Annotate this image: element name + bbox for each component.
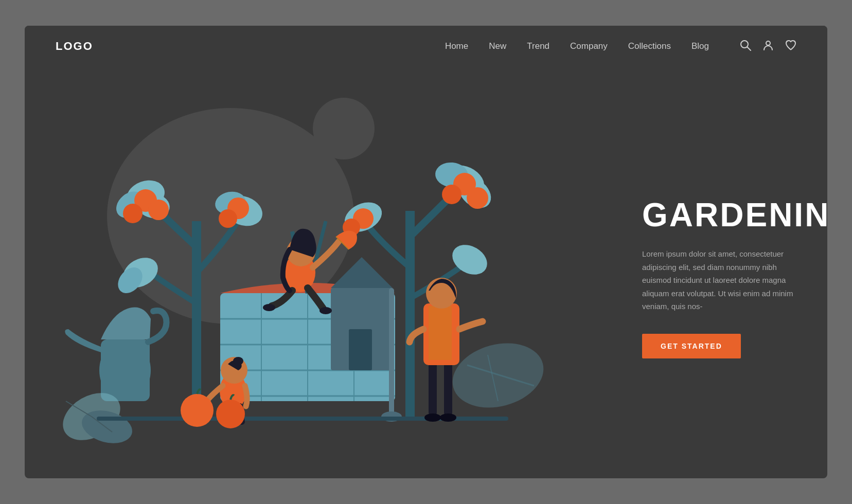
svg-point-57 (181, 394, 214, 427)
svg-point-61 (424, 413, 441, 422)
nav-collections[interactable]: Collections (628, 41, 671, 51)
svg-point-2 (766, 41, 770, 45)
svg-point-52 (319, 307, 332, 314)
svg-point-19 (219, 209, 237, 228)
logo: LOGO (56, 40, 93, 53)
svg-rect-4 (101, 339, 150, 401)
svg-line-1 (748, 47, 751, 50)
navbar: LOGO Home New Trend Company Collections … (25, 26, 827, 67)
svg-rect-9 (192, 221, 201, 417)
heart-icon[interactable] (785, 40, 796, 53)
svg-rect-60 (444, 360, 452, 417)
nav-trend[interactable]: Trend (527, 41, 549, 51)
svg-rect-44 (389, 288, 394, 417)
search-icon[interactable] (740, 40, 751, 53)
hero-title: GARDENING (642, 197, 802, 233)
browser-frame: LOGO Home New Trend Company Collections … (25, 26, 827, 478)
user-icon[interactable] (762, 40, 774, 53)
hero-description: Lorem ipsum dolor sit amet, consectetuer… (642, 247, 802, 313)
nav-links: Home New Trend Company Collections Blog (445, 41, 709, 51)
svg-point-62 (440, 413, 456, 422)
cta-button[interactable]: GET STARTED (642, 334, 741, 358)
nav-new[interactable]: New (489, 41, 506, 51)
gardening-illustration (25, 67, 632, 478)
svg-point-56 (233, 357, 243, 365)
nav-icons (740, 40, 796, 53)
svg-point-15 (148, 200, 169, 220)
nav-blog[interactable]: Blog (691, 41, 709, 51)
svg-rect-30 (405, 211, 415, 417)
main-content: GARDENING Lorem ipsum dolor sit amet, co… (25, 67, 827, 478)
illustration-area (25, 67, 632, 478)
svg-marker-42 (331, 257, 393, 288)
nav-company[interactable]: Company (570, 41, 608, 51)
svg-point-58 (216, 400, 245, 428)
svg-point-36 (467, 187, 488, 209)
svg-rect-43 (349, 329, 372, 370)
svg-point-35 (442, 185, 461, 204)
svg-rect-59 (429, 360, 437, 417)
svg-point-14 (123, 204, 143, 223)
text-area: GARDENING Lorem ipsum dolor sit amet, co… (632, 67, 827, 478)
svg-point-51 (263, 304, 275, 311)
nav-home[interactable]: Home (445, 41, 468, 51)
